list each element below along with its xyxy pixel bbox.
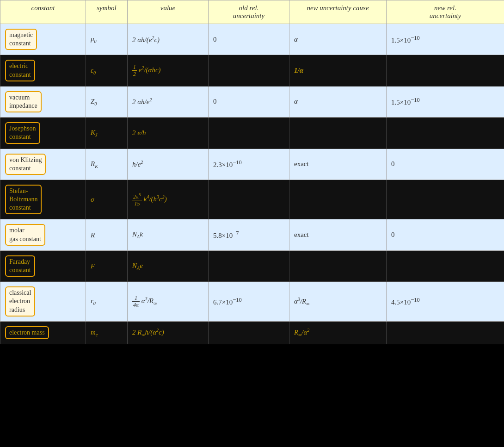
constant-name: magneticconstant [0, 24, 86, 55]
new-rel-cell: 0 [387, 219, 504, 250]
header-new-uncertainty-cause: new uncertainty cause [289, 0, 387, 24]
old-uncertainty-cell: 6.7×10−10 [209, 282, 289, 322]
symbol-cell: RK [86, 149, 128, 180]
constant-name: von Klitzingconstant [0, 149, 86, 180]
table-row: Stefan-Boltzmannconstant σ 2π515 k4/(h3c… [0, 180, 504, 219]
old-uncertainty-cell [209, 55, 289, 86]
symbol-cell: r0 [86, 282, 128, 322]
new-rel-cell: 4.5×10−10 [387, 282, 504, 322]
new-rel-cell [387, 180, 504, 219]
constant-name: classicalelectronradius [0, 282, 86, 322]
constant-name: Faradayconstant [0, 250, 86, 281]
old-uncertainty-cell [209, 118, 289, 149]
table-row: Faradayconstant F NAe [0, 250, 504, 281]
header-symbol: symbol [86, 0, 128, 24]
table-row: classicalelectronradius r0 14π α3/R∞ 6.7… [0, 282, 504, 322]
symbol-cell: Z0 [86, 86, 128, 117]
symbol-cell: R [86, 219, 128, 250]
new-rel-cell [387, 250, 504, 281]
constant-name: Josephsonconstant [0, 118, 86, 149]
table-row: von Klitzingconstant RK h/e2 2.3×10−10 e… [0, 149, 504, 180]
value-cell: 2 αh/e2 [128, 86, 209, 117]
new-rel-cell: 1.5×10−10 [387, 86, 504, 117]
table-row: magneticconstant μ0 2 αh/(e2c) 0 α 1.5×1… [0, 24, 504, 55]
header-old-uncertainty: old rel.uncertainty [209, 0, 289, 24]
new-rel-cell [387, 118, 504, 149]
new-rel-cell [387, 55, 504, 86]
constant-name: electron mass [0, 321, 86, 344]
value-cell: NAk [128, 219, 209, 250]
table-row: electricconstant ε0 12 e2/(αhc) 1/α [0, 55, 504, 86]
table-row: Josephsonconstant KJ 2 e/h [0, 118, 504, 149]
symbol-cell: F [86, 250, 128, 281]
new-cause-cell: R∞/α2 [289, 321, 387, 344]
table-row: molargas constant R NAk 5.8×10−7 exact 0 [0, 219, 504, 250]
new-rel-cell: 1.5×10−10 [387, 24, 504, 55]
constant-name: electricconstant [0, 55, 86, 86]
value-cell: 2π515 k4/(h3c2) [128, 180, 209, 219]
new-rel-cell: 0 [387, 149, 504, 180]
new-cause-cell: α [289, 24, 387, 55]
new-cause-cell: exact [289, 149, 387, 180]
new-rel-cell [387, 321, 504, 344]
symbol-cell: me [86, 321, 128, 344]
constant-name: molargas constant [0, 219, 86, 250]
constant-name: Stefan-Boltzmannconstant [0, 180, 86, 219]
old-uncertainty-cell: 0 [209, 86, 289, 117]
value-cell: 14π α3/R∞ [128, 282, 209, 322]
symbol-cell: σ [86, 180, 128, 219]
header-constant: constant [0, 0, 86, 24]
value-cell: 2 R∞h/(α2c) [128, 321, 209, 344]
value-cell: 12 e2/(αhc) [128, 55, 209, 86]
constant-name: vacuumimpedance [0, 86, 86, 117]
new-cause-cell [289, 118, 387, 149]
table-row: vacuumimpedance Z0 2 αh/e2 0 α 1.5×10−10 [0, 86, 504, 117]
header-value: value [128, 0, 209, 24]
old-uncertainty-cell: 5.8×10−7 [209, 219, 289, 250]
value-cell: 2 αh/(e2c) [128, 24, 209, 55]
old-uncertainty-cell [209, 250, 289, 281]
new-cause-cell: 1/α [289, 55, 387, 86]
new-cause-cell: α3/R∞ [289, 282, 387, 322]
symbol-cell: μ0 [86, 24, 128, 55]
old-uncertainty-cell [209, 180, 289, 219]
old-uncertainty-cell: 0 [209, 24, 289, 55]
new-cause-cell: α [289, 86, 387, 117]
value-cell: NAe [128, 250, 209, 281]
symbol-cell: ε0 [86, 55, 128, 86]
symbol-cell: KJ [86, 118, 128, 149]
old-uncertainty-cell [209, 321, 289, 344]
value-cell: 2 e/h [128, 118, 209, 149]
header-new-rel-uncertainty: new rel.uncertainty [387, 0, 504, 24]
new-cause-cell: exact [289, 219, 387, 250]
old-uncertainty-cell: 2.3×10−10 [209, 149, 289, 180]
new-cause-cell [289, 180, 387, 219]
value-cell: h/e2 [128, 149, 209, 180]
new-cause-cell [289, 250, 387, 281]
table-row: electron mass me 2 R∞h/(α2c) R∞/α2 [0, 321, 504, 344]
